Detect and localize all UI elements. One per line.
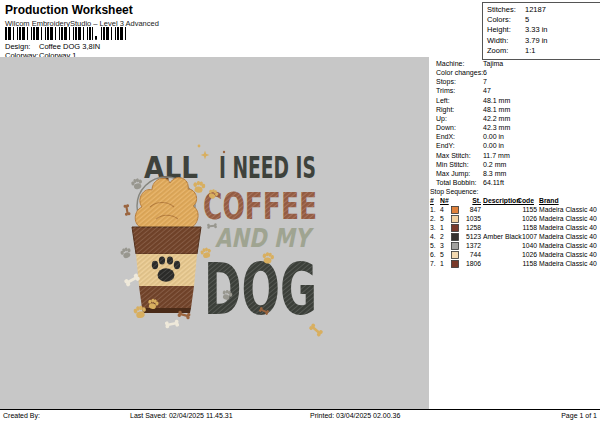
stop-needle: 3 xyxy=(440,241,449,250)
machine-row: Trims:47 xyxy=(436,86,510,95)
thread-color xyxy=(452,206,459,213)
stop-row: 5.3 1372 1040Madeira Classic 40 xyxy=(430,241,597,250)
thread-swatch xyxy=(451,242,459,250)
stat-value: 1:1 xyxy=(525,46,599,56)
stop-brand: Madeira Classic 40 xyxy=(539,250,597,259)
paw-icon xyxy=(119,246,132,259)
stop-row: 2.5 1035 1026Madeira Classic 40 xyxy=(430,214,597,223)
coffee-texture: COFFEE xyxy=(203,184,317,228)
cream-texture xyxy=(135,178,198,228)
stop-stitches: 1372 xyxy=(463,241,481,250)
machine-value: 0.00 in xyxy=(483,132,510,141)
machine-label: Up: xyxy=(436,114,483,123)
col-code: Code xyxy=(517,196,537,205)
stop-num: 3. xyxy=(430,223,438,232)
machine-value: 0.2 mm xyxy=(483,160,510,169)
stop-needle: 5 xyxy=(440,214,449,223)
machine-value: 11.7 mm xyxy=(483,151,510,160)
page-title: Production Worksheet xyxy=(5,3,133,17)
machine-label: Trims: xyxy=(436,86,483,95)
stop-code: 1158 xyxy=(517,259,537,268)
footer-page-number: Page 1 of 1 xyxy=(561,412,597,419)
stop-needle: 1 xyxy=(440,259,449,268)
machine-row: EndX:0.00 in xyxy=(436,132,510,141)
thread-color xyxy=(452,251,459,258)
machine-row: Machine:Tajima xyxy=(436,59,510,68)
machine-value: 8.3 mm xyxy=(483,169,510,178)
thread-swatch xyxy=(451,215,459,223)
stop-brand: Madeira Classic 40 xyxy=(539,232,597,241)
machine-value: 48.1 mm xyxy=(483,105,510,114)
machine-label: Down: xyxy=(436,123,483,132)
stop-needle: 2 xyxy=(440,232,449,241)
stat-height: Height:3.33 in xyxy=(487,25,599,35)
stop-needle: 4 xyxy=(440,205,449,214)
col-needle: N# xyxy=(440,196,449,205)
col-num: # xyxy=(430,196,438,205)
stop-code: 1026 xyxy=(517,214,537,223)
machine-row: Left:48.1 mm xyxy=(436,96,510,105)
machine-row: Total Bobbin:64.11ft xyxy=(436,178,510,187)
machine-label: Right: xyxy=(436,105,483,114)
stop-code: 1158 xyxy=(517,223,537,232)
art-text-i-need-is: I NEED IS xyxy=(219,150,316,185)
machine-row: Max Jump:8.3 mm xyxy=(436,169,510,178)
stop-row: 6.5 744 1026Madeira Classic 40 xyxy=(430,250,597,259)
stat-value: 5 xyxy=(525,15,599,25)
machine-value: 7 xyxy=(483,77,510,86)
machine-row: EndY:0.00 in xyxy=(436,141,510,150)
bone-icon xyxy=(124,273,141,287)
thread-swatch xyxy=(451,233,459,241)
stop-stitches: 744 xyxy=(463,250,481,259)
stop-sequence-panel: Stop Sequence: # N# St. Description Code… xyxy=(430,187,597,268)
cup-texture xyxy=(132,227,201,308)
stop-row: 3.1 1258 1158Madeira Classic 40 xyxy=(430,223,597,232)
machine-label: Left: xyxy=(436,96,483,105)
paw-icon xyxy=(130,177,143,190)
thread-color xyxy=(452,260,459,267)
col-stitches: St. xyxy=(463,196,481,205)
thread-swatch xyxy=(451,224,459,232)
machine-value: 64.11ft xyxy=(483,178,510,187)
thread-color xyxy=(452,215,459,222)
sparkle-icon xyxy=(201,151,210,160)
stop-row: 7.1 1806 1158Madeira Classic 40 xyxy=(430,259,597,268)
machine-row: Max Stitch:11.7 mm xyxy=(436,151,510,160)
thread-color xyxy=(452,224,459,231)
cup-base xyxy=(142,308,191,313)
machine-label: Min Stitch: xyxy=(436,160,483,169)
stat-value: 12187 xyxy=(525,5,599,15)
stop-code: 1026 xyxy=(517,250,537,259)
stop-brand: Madeira Classic 40 xyxy=(539,205,597,214)
machine-value: Tajima xyxy=(483,59,510,68)
machine-value: 48.1 mm xyxy=(483,96,510,105)
machine-label: Total Bobbin: xyxy=(436,178,483,187)
machine-value: 0.00 in xyxy=(483,141,510,150)
machine-row: Stops:7 xyxy=(436,77,510,86)
stop-num: 1. xyxy=(430,205,438,214)
stat-label: Width: xyxy=(487,36,525,46)
machine-label: Machine: xyxy=(436,59,483,68)
stop-stitches: 1806 xyxy=(463,259,481,268)
stop-code: 1040 xyxy=(517,241,537,250)
footer-last-saved: Last Saved: 02/04/2025 11.45.31 xyxy=(130,412,233,419)
stop-stitches: 1258 xyxy=(463,223,481,232)
barcode-comma xyxy=(95,36,97,40)
stop-stitches: 5123 xyxy=(463,232,481,241)
stat-label: Colors: xyxy=(487,15,525,25)
thread-color xyxy=(452,233,459,240)
art-text-all: ALL xyxy=(144,150,198,185)
stop-brand: Madeira Classic 40 xyxy=(539,223,597,232)
stop-num: 7. xyxy=(430,259,438,268)
thread-swatch xyxy=(451,260,459,268)
dog-texture: DOG xyxy=(204,247,317,331)
machine-label: Max Stitch: xyxy=(436,151,483,160)
machine-row: Up:42.2 mm xyxy=(436,114,510,123)
machine-value: 42.2 mm xyxy=(483,114,510,123)
stat-zoom: Zoom:1:1 xyxy=(487,46,599,56)
stat-label: Zoom: xyxy=(487,46,525,56)
machine-row: Color changes:6 xyxy=(436,68,510,77)
stat-label: Stitches: xyxy=(487,5,525,15)
stop-stitches: 1035 xyxy=(463,214,481,223)
stop-needle: 5 xyxy=(440,250,449,259)
